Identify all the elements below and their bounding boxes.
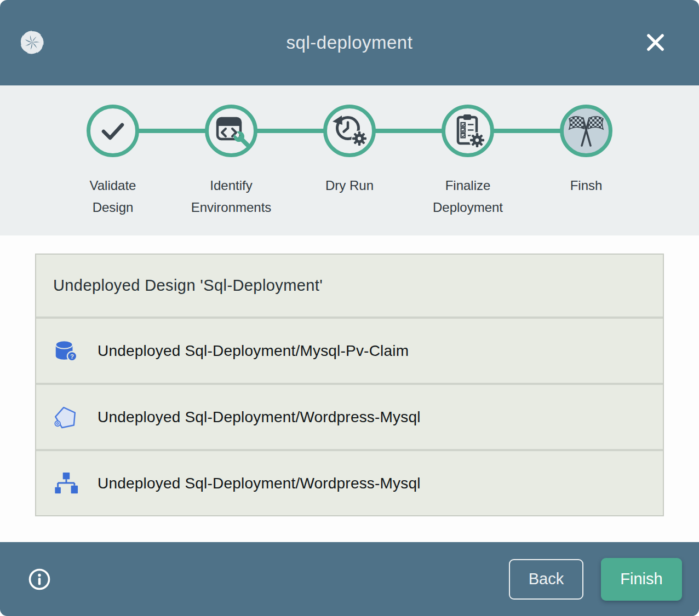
step-label: Finalize Deployment bbox=[426, 175, 511, 218]
step-finish: Finsh bbox=[527, 85, 645, 218]
status-item-text: Undeployed Sql-Deployment/Wordpress-Mysq… bbox=[98, 475, 421, 492]
step-circle bbox=[323, 105, 376, 157]
clipboard-checklist-gear-icon bbox=[445, 108, 490, 153]
finish-button[interactable]: Finish bbox=[601, 558, 682, 601]
dialog-header: sql-deployment bbox=[0, 0, 699, 85]
step-identify-environments: Identify Environments bbox=[172, 85, 290, 218]
info-icon bbox=[27, 567, 51, 591]
step-validate-design: Validate Design bbox=[54, 85, 172, 218]
status-list-item: ? Undeployed Sql-Deployment/Mysql-Pv-Cla… bbox=[36, 316, 663, 383]
status-list-header: Undeployed Design 'Sql-Deployment' bbox=[36, 255, 663, 316]
sql-deployment-dialog: sql-deployment Validate Design bbox=[0, 0, 699, 616]
code-window-wrench-icon bbox=[209, 108, 254, 153]
wizard-stepper: Validate Design Identify Environments bbox=[0, 85, 699, 235]
status-list-item: Undeployed Sql-Deployment/Wordpress-Mysq… bbox=[36, 383, 663, 449]
status-item-text: Undeployed Sql-Deployment/Mysql-Pv-Claim bbox=[98, 342, 409, 360]
status-list-item: Undeployed Sql-Deployment/Wordpress-Mysq… bbox=[36, 449, 663, 515]
refresh-clock-gear-icon bbox=[327, 108, 372, 153]
step-dry-run: Dry Run bbox=[290, 85, 409, 218]
step-circle-active bbox=[560, 105, 612, 157]
hierarchy-tree-icon bbox=[53, 471, 78, 496]
close-icon bbox=[645, 32, 666, 53]
step-label: Finsh bbox=[570, 175, 603, 197]
step-circle bbox=[205, 105, 257, 157]
status-list: Undeployed Design 'Sql-Deployment' ? Und… bbox=[35, 254, 664, 516]
step-label: Identify Environments bbox=[189, 175, 274, 218]
step-label: Dry Run bbox=[325, 175, 374, 197]
info-button[interactable] bbox=[27, 567, 51, 591]
step-circle bbox=[442, 105, 494, 157]
dialog-title: sql-deployment bbox=[287, 32, 413, 53]
pinwheel-logo-icon bbox=[18, 28, 46, 56]
back-button[interactable]: Back bbox=[509, 559, 583, 600]
pentagon-service-icon bbox=[53, 405, 78, 430]
checkered-flags-icon bbox=[564, 108, 609, 153]
step-label: Validate Design bbox=[71, 175, 156, 218]
svg-text:?: ? bbox=[70, 353, 74, 359]
status-list-header-text: Undeployed Design 'Sql-Deployment' bbox=[53, 277, 323, 295]
database-icon: ? bbox=[53, 338, 78, 364]
step-finalize-deployment: Finalize Deployment bbox=[409, 85, 527, 218]
deployment-status-panel: Undeployed Design 'Sql-Deployment' ? Und… bbox=[0, 235, 699, 542]
status-item-text: Undeployed Sql-Deployment/Wordpress-Mysq… bbox=[98, 408, 421, 426]
dialog-footer: Back Finish bbox=[0, 542, 699, 616]
close-button[interactable] bbox=[645, 32, 666, 53]
checkmark-icon bbox=[90, 108, 135, 153]
step-circle bbox=[87, 105, 139, 157]
